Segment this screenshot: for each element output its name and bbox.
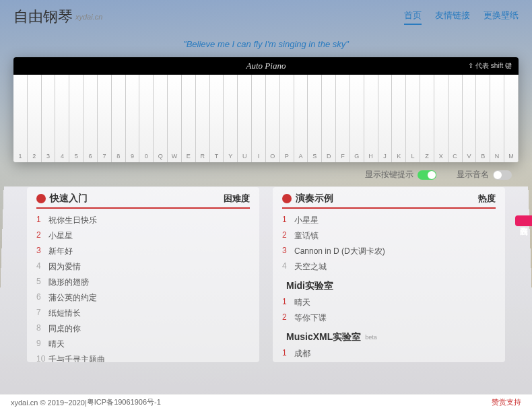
logo-subtitle: xydai.cn	[75, 13, 102, 21]
song-list: 1成都2千与千寻 - Always With Me	[282, 346, 496, 362]
nav-link[interactable]: 更换壁纸	[484, 9, 519, 25]
list-item[interactable]: 1祝你生日快乐	[36, 213, 250, 228]
white-key[interactable]: D	[322, 75, 336, 162]
white-key[interactable]: 9	[126, 75, 140, 162]
panel-quickstart: 快速入门 困难度 1祝你生日快乐2小星星3新年好4因为爱情5隐形的翅膀6蒲公英的…	[27, 187, 259, 362]
song-title: 蒲公英的约定	[48, 292, 97, 304]
side-tab-songlist[interactable]: 歌曲列表	[515, 215, 532, 226]
song-title: 小星星	[48, 230, 73, 242]
list-item[interactable]: 3新年好	[36, 244, 250, 259]
white-key[interactable]: C	[448, 75, 463, 162]
white-key[interactable]: N	[490, 75, 504, 162]
rank-number: 4	[282, 261, 294, 273]
rank-number: 3	[36, 246, 48, 257]
key-label: R	[196, 153, 209, 160]
list-item[interactable]: 1成都	[282, 346, 496, 362]
key-label: G	[350, 153, 364, 160]
white-key[interactable]: 5	[69, 75, 84, 162]
white-key[interactable]: I	[252, 75, 266, 162]
white-key[interactable]: 2	[28, 75, 42, 162]
toggle-show-notes-label: 显示音名	[457, 169, 489, 180]
toggle-show-notes[interactable]: 显示音名	[457, 169, 512, 180]
section-header: Midi实验室	[282, 280, 496, 292]
list-item[interactable]: 10千与千寻主题曲	[36, 352, 250, 362]
header: 自由钢琴 xydai.cn 首页友情链接更换壁纸	[0, 0, 532, 34]
key-label: 3	[42, 153, 55, 160]
white-key[interactable]: 3	[42, 75, 56, 162]
white-key[interactable]: K	[392, 75, 406, 162]
rank-number: 9	[36, 339, 48, 350]
list-item[interactable]: 1小星星	[282, 213, 496, 228]
white-key[interactable]: O	[266, 75, 280, 162]
piano-keys: ⇧+1⇧+2⇧+4⇧+5⇧+6⇧+8⇧+9⇧+Q⇧+W⇧+E⇧+T⇧+Y⇧+I⇧…	[13, 75, 519, 162]
key-label: O	[266, 153, 279, 160]
white-key[interactable]: Z	[420, 75, 434, 162]
list-item[interactable]: 3Cannon in D (D大调卡农)	[282, 244, 496, 259]
nav-link[interactable]: 首页	[404, 9, 422, 25]
key-label: 5	[69, 153, 83, 160]
white-key[interactable]: V	[463, 75, 477, 162]
white-key[interactable]: Q	[154, 75, 168, 162]
white-key[interactable]: 7	[98, 75, 112, 162]
rank-number: 3	[282, 246, 294, 257]
key-label: T	[210, 153, 224, 160]
key-label: H	[364, 153, 378, 160]
key-label: E	[182, 153, 195, 160]
white-key[interactable]: E	[182, 75, 196, 162]
white-key[interactable]: L	[406, 75, 420, 162]
list-item[interactable]: 1晴天	[282, 295, 496, 310]
white-key[interactable]: 6	[84, 75, 98, 162]
white-key[interactable]: 8	[112, 75, 126, 162]
song-title: 同桌的你	[48, 323, 81, 335]
flame-icon	[36, 194, 46, 203]
list-item[interactable]: 2小星星	[36, 228, 250, 244]
footer-copyright: xydai.cn © 2019~2020	[11, 399, 85, 407]
list-item[interactable]: 7纸短情长	[36, 306, 250, 321]
list-item[interactable]: 4天空之城	[282, 259, 496, 275]
white-key[interactable]: J	[378, 75, 393, 162]
support-button[interactable]: 赞赏支持	[492, 397, 521, 407]
white-key[interactable]: A	[294, 75, 308, 162]
list-item[interactable]: 2千与千寻 - Always With Me	[282, 362, 496, 362]
list-item[interactable]: 6蒲公英的约定	[36, 290, 250, 306]
beta-badge: beta	[365, 334, 377, 341]
key-label: Y	[224, 153, 237, 160]
song-title: 晴天	[294, 297, 310, 308]
white-key[interactable]: G	[350, 75, 364, 162]
song-list: 1小星星2童话镇3Cannon in D (D大调卡农)4天空之城	[282, 213, 496, 275]
white-key[interactable]: P	[280, 75, 294, 162]
white-key[interactable]: Y	[224, 75, 238, 162]
white-key[interactable]: X	[434, 75, 448, 162]
toggle-bar: 显示按键提示 显示音名	[0, 162, 532, 187]
key-label: C	[448, 153, 462, 160]
white-key[interactable]: U	[238, 75, 252, 162]
song-title: 天空之城	[294, 261, 327, 273]
white-key[interactable]: S	[308, 75, 322, 162]
section-header: 演奏示例热度	[282, 193, 496, 209]
white-key[interactable]: F	[336, 75, 350, 162]
top-nav: 首页友情链接更换壁纸	[404, 9, 519, 25]
rank-number: 1	[36, 215, 48, 226]
white-key[interactable]: T	[210, 75, 224, 162]
white-key[interactable]: 4	[55, 75, 69, 162]
white-key[interactable]: W	[168, 75, 182, 162]
white-key[interactable]: 0	[139, 75, 154, 162]
white-key[interactable]: B	[476, 75, 490, 162]
white-key[interactable]: M	[504, 75, 519, 162]
list-item[interactable]: 9晴天	[36, 337, 250, 352]
list-item[interactable]: 5隐形的翅膀	[36, 275, 250, 290]
rank-number: 2	[282, 312, 294, 324]
list-item[interactable]: 2等你下课	[282, 310, 496, 326]
list-item[interactable]: 2童话镇	[282, 228, 496, 244]
key-label: J	[378, 153, 392, 160]
white-key[interactable]: H	[364, 75, 378, 162]
list-item[interactable]: 4因为爱情	[36, 259, 250, 275]
list-item[interactable]: 8同桌的你	[36, 321, 250, 337]
white-key[interactable]: R	[196, 75, 210, 162]
switch-icon	[418, 170, 436, 180]
toggle-show-keys[interactable]: 显示按键提示	[365, 169, 436, 180]
key-label: W	[168, 153, 181, 160]
white-key[interactable]: 1	[13, 75, 28, 162]
footer-icp-link[interactable]: 粤ICP备19061906号-1	[87, 397, 161, 407]
nav-link[interactable]: 友情链接	[435, 9, 470, 25]
